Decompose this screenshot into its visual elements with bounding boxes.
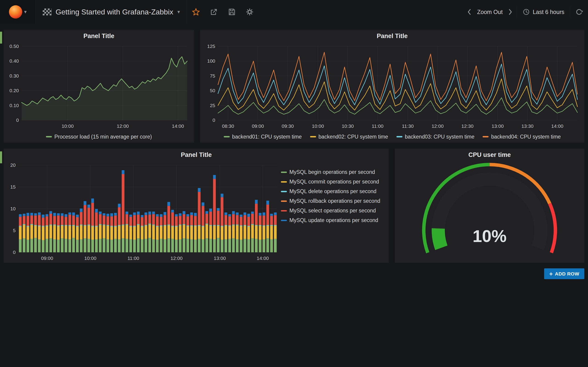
legend-label: backend04: CPU system time (491, 134, 561, 140)
legend: MySQL begin operations per secondMySQL c… (281, 161, 389, 263)
legend-label: backend02: CPU system time (319, 134, 388, 140)
svg-text:14:00: 14:00 (551, 123, 563, 129)
cpu-system-time-graph[interactable]: 025507510012508:3009:0009:3010:0010:3011… (200, 42, 584, 131)
row-collapse-handle[interactable] (0, 151, 2, 163)
svg-text:13:00: 13:00 (492, 123, 504, 129)
panel-cpu-system-time: Panel Title 025507510012508:3009:0009:30… (200, 30, 584, 143)
svg-text:0.20: 0.20 (9, 88, 19, 93)
legend-item[interactable]: backend04: CPU system time (483, 134, 561, 140)
svg-text:20: 20 (10, 162, 16, 168)
svg-text:10%: 10% (473, 227, 506, 246)
dashboard-content: Panel Title 00.100.200.300.400.5010:0012… (0, 30, 588, 279)
grafana-main-menu[interactable]: ▾ (0, 0, 36, 24)
time-range-picker[interactable]: Last 6 hours (517, 0, 570, 24)
save-button[interactable] (223, 0, 241, 24)
legend-swatch (281, 191, 287, 192)
save-icon (228, 8, 236, 16)
svg-text:15: 15 (10, 184, 16, 190)
time-shift-forward-button[interactable] (504, 0, 517, 24)
legend-swatch (281, 172, 287, 173)
dashboard-picker[interactable]: Getting Started with Grafana-Zabbix ▾ (36, 0, 187, 24)
panel-cpu-user-time: CPU user time 10% (395, 149, 584, 263)
svg-text:13:30: 13:30 (521, 123, 534, 129)
panel-mysql-operations: Panel Title 0510152009:0010:0011:0012:00… (4, 149, 389, 263)
time-controls: Zoom Out Last 6 hours (463, 0, 588, 24)
legend: backend01: CPU system timebackend02: CPU… (200, 131, 584, 143)
dashboard-grid-icon (43, 8, 52, 15)
legend-label: MySQL begin operations per second (289, 169, 375, 175)
svg-text:08:30: 08:30 (222, 123, 234, 129)
add-row-label: ADD ROW (555, 271, 579, 277)
svg-text:0.30: 0.30 (9, 73, 19, 78)
settings-button[interactable] (241, 0, 259, 24)
add-row-button[interactable]: + ADD ROW (544, 268, 584, 279)
svg-text:12:00: 12:00 (432, 123, 444, 129)
plus-icon: + (549, 271, 553, 277)
svg-text:09:30: 09:30 (282, 123, 294, 129)
legend-item[interactable]: MySQL delete operations per second (281, 188, 386, 195)
time-shift-back-button[interactable] (463, 0, 476, 24)
clock-icon (523, 8, 530, 16)
svg-text:14:00: 14:00 (257, 256, 269, 261)
svg-text:09:00: 09:00 (252, 123, 264, 129)
row-collapse-handle[interactable] (0, 32, 2, 44)
legend: Processor load (15 min average per core) (4, 131, 194, 143)
legend-label: Processor load (15 min average per core) (54, 134, 152, 140)
dashboard-title: Getting Started with Grafana-Zabbix (56, 8, 173, 16)
legend-swatch (224, 136, 230, 137)
star-icon (192, 8, 200, 16)
legend-item[interactable]: Processor load (15 min average per core) (46, 134, 152, 140)
svg-text:09:00: 09:00 (41, 256, 53, 261)
svg-text:0.40: 0.40 (9, 58, 19, 64)
legend-item[interactable]: MySQL begin operations per second (281, 168, 386, 176)
refresh-button[interactable] (570, 0, 588, 24)
panel-title[interactable]: CPU user time (395, 149, 584, 161)
legend-item[interactable]: backend02: CPU system time (310, 134, 388, 140)
zoom-out-button[interactable]: Zoom Out (476, 9, 504, 15)
legend-swatch (281, 200, 287, 202)
navbar: ▾ Getting Started with Grafana-Zabbix ▾ (0, 0, 588, 24)
time-range-label: Last 6 hours (533, 9, 564, 15)
panel-title[interactable]: Panel Title (4, 30, 194, 42)
legend-swatch (483, 136, 489, 137)
legend-item[interactable]: MySQL select operations per second (281, 207, 386, 215)
legend-swatch (397, 136, 402, 137)
svg-text:25: 25 (210, 103, 215, 108)
svg-text:10: 10 (10, 206, 16, 211)
svg-text:75: 75 (210, 73, 215, 78)
svg-text:14:00: 14:00 (172, 123, 184, 129)
legend-item[interactable]: backend03: CPU system time (397, 134, 475, 140)
legend-label: MySQL commit operations per second (289, 179, 379, 185)
legend-item[interactable]: MySQL rollback operations per second (281, 197, 386, 205)
svg-text:0: 0 (13, 250, 16, 255)
legend-label: MySQL select operations per second (289, 208, 376, 214)
cpu-user-time-gauge[interactable]: 10% (395, 161, 584, 263)
svg-text:125: 125 (207, 44, 215, 49)
svg-text:12:00: 12:00 (170, 256, 183, 261)
legend-item[interactable]: MySQL commit operations per second (281, 178, 386, 186)
svg-text:0: 0 (16, 117, 19, 123)
svg-text:5: 5 (13, 228, 16, 233)
share-button[interactable] (205, 0, 223, 24)
share-icon (210, 8, 218, 16)
legend-label: MySQL update operations per second (289, 217, 378, 223)
mysql-operations-graph[interactable]: 0510152009:0010:0011:0012:0013:0014:00 (4, 161, 281, 263)
panel-title[interactable]: Panel Title (4, 149, 389, 161)
svg-text:10:30: 10:30 (342, 123, 354, 129)
legend-item[interactable]: backend01: CPU system time (224, 134, 302, 140)
legend-label: MySQL delete operations per second (289, 188, 376, 194)
svg-text:11:30: 11:30 (402, 123, 414, 129)
legend-swatch (310, 136, 316, 137)
dashboard-actions (187, 0, 259, 24)
panel-title[interactable]: Panel Title (200, 30, 584, 42)
chevron-right-icon (508, 9, 512, 15)
svg-text:0: 0 (212, 117, 215, 123)
svg-text:11:00: 11:00 (372, 123, 383, 129)
grafana-logo-icon (9, 5, 22, 19)
legend-item[interactable]: MySQL update operations per second (281, 217, 386, 224)
svg-text:100: 100 (207, 58, 215, 64)
processor-load-graph[interactable]: 00.100.200.300.400.5010:0012:0014:00 (4, 42, 194, 131)
gear-icon (246, 8, 254, 16)
svg-text:0.10: 0.10 (9, 103, 19, 108)
star-button[interactable] (187, 0, 205, 24)
